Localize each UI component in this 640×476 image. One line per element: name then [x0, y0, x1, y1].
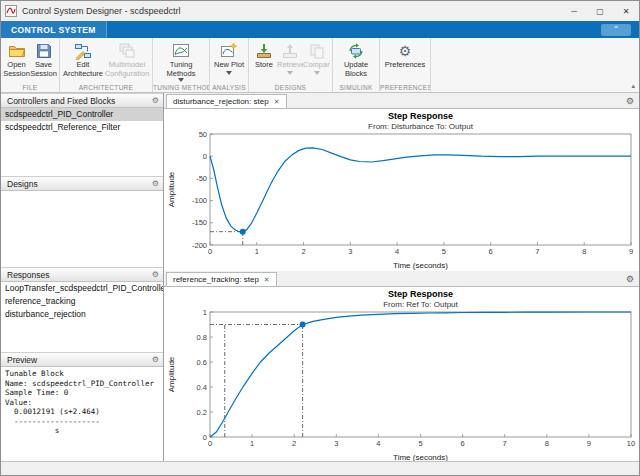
- plot-box: [210, 312, 631, 437]
- y-tick-label: -100: [192, 196, 207, 205]
- y-tick-label: 0.2: [197, 408, 207, 417]
- preferences-group-label: PREFERENCES: [380, 84, 430, 91]
- ribbon-group-simulink: Update Blocks SIMULINK: [333, 38, 380, 92]
- disturbance-rejection-panel: disturbance_rejection: step ✕ ⚙ 01234567…: [164, 93, 639, 271]
- dropdown-arrow-icon: [314, 71, 320, 75]
- x-tick-label: 7: [535, 247, 539, 256]
- response-marker[interactable]: [300, 322, 306, 328]
- dropdown-arrow-icon: [287, 71, 293, 75]
- ribbon-group-preferences: ⚙ Preferences PREFERENCES: [380, 38, 431, 92]
- y-axis-label: Amplitude: [167, 171, 176, 207]
- x-tick-label: 3: [348, 247, 352, 256]
- x-tick-label: 3: [334, 439, 338, 448]
- list-item[interactable]: LoopTransfer_scdspeedctrl_PID_Controller: [1, 282, 163, 295]
- x-tick-label: 2: [301, 247, 305, 256]
- tuning-group-label: TUNING METHODS: [153, 84, 209, 91]
- gear-icon[interactable]: ⚙: [626, 274, 634, 284]
- simulink-group-label: SIMULINK: [333, 84, 379, 91]
- reference-tracking-tabbar: reference_tracking: step ✕ ⚙: [164, 271, 639, 287]
- list-item[interactable]: reference_tracking: [1, 295, 163, 308]
- list-item[interactable]: scdspeedctrl_Reference_Filter: [1, 121, 163, 134]
- main-content: Controllers and Fixed Blocks ⚙ scdspeedc…: [1, 93, 639, 463]
- response-marker[interactable]: [240, 229, 246, 235]
- designs-group-label: DESIGNS: [249, 84, 332, 91]
- open-session-button[interactable]: Open Session: [3, 40, 30, 82]
- app-icon: [5, 5, 17, 17]
- ribbon-group-analysis: New Plot ANALYSIS: [210, 38, 249, 92]
- y-tick-label: -200: [192, 241, 207, 250]
- open-folder-icon: [8, 42, 26, 60]
- new-plot-button[interactable]: New Plot: [212, 40, 246, 82]
- collapse-ribbon-icon[interactable]: ▴: [631, 82, 635, 90]
- y-tick-label: 50: [199, 130, 207, 139]
- y-tick-label: 0: [203, 433, 207, 442]
- x-tick-label: 1: [255, 247, 259, 256]
- reference-tracking-panel: reference_tracking: step ✕ ⚙ 01234567891…: [164, 271, 639, 463]
- tuning-methods-icon: [172, 42, 190, 60]
- responses-list: LoopTransfer_scdspeedctrl_PID_Controller…: [1, 282, 163, 352]
- panel-header-preview[interactable]: Preview ⚙: [1, 352, 163, 367]
- panel-header-responses[interactable]: Responses ⚙: [1, 267, 163, 282]
- window-titlebar: Control System Designer - scdspeedctrl ─…: [1, 1, 639, 21]
- gear-icon[interactable]: ⚙: [626, 96, 634, 106]
- ribbon-group-tuning-methods: Tuning Methods TUNING METHODS: [153, 38, 210, 92]
- minimize-button[interactable]: ─: [561, 1, 587, 21]
- gear-icon: ⚙: [396, 42, 414, 60]
- toolstrip-collapse-pill[interactable]: ⌃: [601, 24, 631, 36]
- close-icon[interactable]: ✕: [274, 98, 280, 106]
- compare-button[interactable]: Compare: [303, 40, 330, 82]
- reference-tracking-chart: 01234567891000.20.40.60.81Step ResponseF…: [164, 287, 640, 463]
- list-item[interactable]: disturbance_rejection: [1, 308, 163, 321]
- analysis-group-label: ANALYSIS: [210, 84, 248, 91]
- preferences-button[interactable]: ⚙ Preferences: [382, 40, 428, 82]
- gear-icon[interactable]: ⚙: [152, 179, 159, 188]
- window-title: Control System Designer - scdspeedctrl: [22, 6, 181, 16]
- chevron-up-icon[interactable]: ⌃: [613, 25, 620, 34]
- status-bar: [1, 461, 639, 475]
- x-tick-label: 9: [629, 247, 633, 256]
- y-axis-label: Amplitude: [167, 356, 176, 392]
- update-blocks-icon: [347, 42, 365, 60]
- x-tick-label: 10: [627, 439, 635, 448]
- x-axis-label: Time (seconds): [393, 261, 448, 270]
- close-icon[interactable]: ✕: [264, 276, 270, 284]
- close-button[interactable]: ✕: [613, 1, 639, 21]
- tuning-methods-button[interactable]: Tuning Methods: [155, 40, 207, 82]
- edit-architecture-button[interactable]: Edit Architecture: [62, 40, 104, 82]
- edit-architecture-icon: [74, 42, 92, 60]
- tab-reference-tracking-step[interactable]: reference_tracking: step ✕: [166, 272, 277, 286]
- panel-header-designs[interactable]: Designs ⚙: [1, 176, 163, 191]
- gear-icon[interactable]: ⚙: [152, 270, 159, 279]
- chart-title: Step Response: [388, 111, 453, 121]
- x-tick-label: 4: [395, 247, 399, 256]
- gear-icon[interactable]: ⚙: [152, 355, 159, 364]
- file-group-label: FILE: [1, 84, 59, 91]
- tab-control-system[interactable]: CONTROL SYSTEM: [1, 21, 107, 38]
- y-tick-label: 1: [203, 308, 207, 317]
- x-tick-label: 0: [208, 247, 212, 256]
- panel-header-controllers[interactable]: Controllers and Fixed Blocks ⚙: [1, 93, 163, 108]
- x-tick-label: 7: [503, 439, 507, 448]
- update-blocks-button[interactable]: Update Blocks: [335, 40, 377, 82]
- ribbon-toolbar: Open Session Save Session FILE: [1, 38, 639, 93]
- multimodel-configuration-icon: [118, 42, 136, 60]
- multimodel-configuration-button[interactable]: Multimodel Configuration: [104, 40, 150, 82]
- disturbance-rejection-tabbar: disturbance_rejection: step ✕ ⚙: [164, 93, 639, 109]
- gear-icon[interactable]: ⚙: [152, 96, 159, 105]
- maximize-button[interactable]: ▢: [587, 1, 613, 21]
- save-session-button[interactable]: Save Session: [30, 40, 57, 82]
- x-tick-label: 6: [489, 247, 493, 256]
- plot-box: [210, 134, 631, 245]
- control-system-designer-window: Control System Designer - scdspeedctrl ─…: [0, 0, 640, 476]
- x-tick-label: 8: [545, 439, 549, 448]
- store-button[interactable]: Store: [251, 40, 277, 82]
- list-item[interactable]: scdspeedctrl_PID_Controller: [1, 108, 163, 121]
- ribbon-group-designs: Store Retrieve Compare DESIGNS: [249, 38, 333, 92]
- y-tick-label: -50: [196, 174, 207, 183]
- data-browser-sidebar: Controllers and Fixed Blocks ⚙ scdspeedc…: [1, 93, 164, 463]
- retrieve-button[interactable]: Retrieve: [277, 40, 303, 82]
- tab-disturbance-rejection-step[interactable]: disturbance_rejection: step ✕: [166, 94, 287, 108]
- chart-subtitle: From: Disturbance To: Output: [368, 122, 474, 131]
- controllers-list: scdspeedctrl_PID_Controller scdspeedctrl…: [1, 108, 163, 176]
- x-tick-label: 2: [292, 439, 296, 448]
